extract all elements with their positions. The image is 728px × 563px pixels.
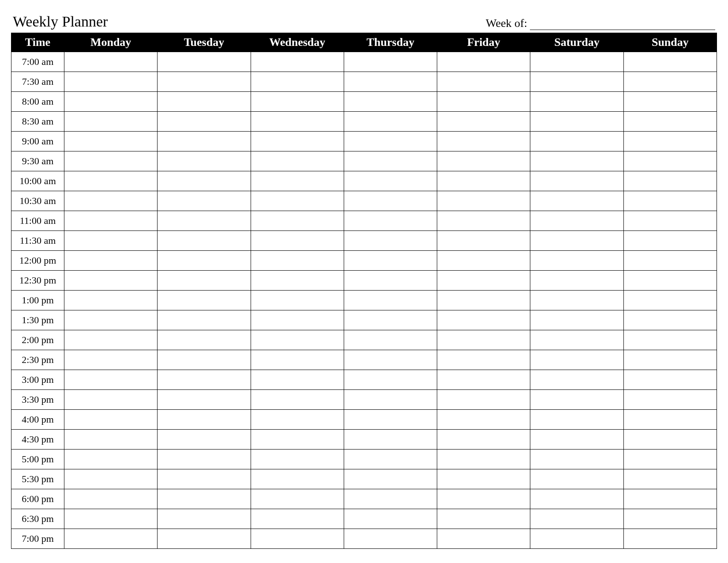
planner-cell[interactable]	[251, 489, 344, 509]
planner-cell[interactable]	[251, 52, 344, 72]
planner-cell[interactable]	[251, 171, 344, 191]
planner-cell[interactable]	[623, 211, 717, 231]
planner-cell[interactable]	[530, 92, 623, 112]
planner-cell[interactable]	[530, 410, 623, 430]
planner-cell[interactable]	[344, 529, 437, 549]
planner-cell[interactable]	[437, 132, 530, 151]
planner-cell[interactable]	[251, 271, 344, 291]
planner-cell[interactable]	[530, 489, 623, 509]
planner-cell[interactable]	[623, 271, 717, 291]
planner-cell[interactable]	[437, 390, 530, 410]
planner-cell[interactable]	[530, 72, 623, 92]
planner-cell[interactable]	[158, 271, 251, 291]
planner-cell[interactable]	[344, 271, 437, 291]
planner-cell[interactable]	[437, 92, 530, 112]
planner-cell[interactable]	[251, 370, 344, 390]
planner-cell[interactable]	[158, 171, 251, 191]
planner-cell[interactable]	[251, 291, 344, 310]
planner-cell[interactable]	[64, 72, 158, 92]
planner-cell[interactable]	[344, 489, 437, 509]
planner-cell[interactable]	[623, 231, 717, 251]
planner-cell[interactable]	[251, 151, 344, 171]
planner-cell[interactable]	[64, 151, 158, 171]
planner-cell[interactable]	[437, 211, 530, 231]
planner-cell[interactable]	[344, 72, 437, 92]
planner-cell[interactable]	[623, 92, 717, 112]
planner-cell[interactable]	[344, 370, 437, 390]
planner-cell[interactable]	[623, 132, 717, 151]
planner-cell[interactable]	[158, 469, 251, 489]
planner-cell[interactable]	[344, 330, 437, 350]
planner-cell[interactable]	[530, 112, 623, 132]
planner-cell[interactable]	[251, 450, 344, 469]
planner-cell[interactable]	[344, 92, 437, 112]
planner-cell[interactable]	[437, 469, 530, 489]
planner-cell[interactable]	[64, 291, 158, 310]
planner-cell[interactable]	[64, 52, 158, 72]
planner-cell[interactable]	[437, 310, 530, 330]
planner-cell[interactable]	[344, 430, 437, 450]
planner-cell[interactable]	[344, 171, 437, 191]
planner-cell[interactable]	[623, 430, 717, 450]
planner-cell[interactable]	[158, 72, 251, 92]
planner-cell[interactable]	[158, 291, 251, 310]
planner-cell[interactable]	[437, 370, 530, 390]
planner-cell[interactable]	[158, 211, 251, 231]
planner-cell[interactable]	[437, 291, 530, 310]
planner-cell[interactable]	[64, 310, 158, 330]
planner-cell[interactable]	[64, 231, 158, 251]
planner-cell[interactable]	[437, 529, 530, 549]
planner-cell[interactable]	[530, 469, 623, 489]
planner-cell[interactable]	[344, 310, 437, 330]
planner-cell[interactable]	[64, 509, 158, 529]
planner-cell[interactable]	[623, 509, 717, 529]
planner-cell[interactable]	[530, 370, 623, 390]
planner-cell[interactable]	[158, 350, 251, 370]
planner-cell[interactable]	[251, 330, 344, 350]
planner-cell[interactable]	[158, 52, 251, 72]
planner-cell[interactable]	[158, 330, 251, 350]
planner-cell[interactable]	[64, 350, 158, 370]
planner-cell[interactable]	[64, 191, 158, 211]
planner-cell[interactable]	[251, 350, 344, 370]
planner-cell[interactable]	[64, 251, 158, 271]
planner-cell[interactable]	[623, 469, 717, 489]
planner-cell[interactable]	[344, 191, 437, 211]
planner-cell[interactable]	[530, 171, 623, 191]
planner-cell[interactable]	[530, 132, 623, 151]
planner-cell[interactable]	[623, 330, 717, 350]
planner-cell[interactable]	[344, 211, 437, 231]
planner-cell[interactable]	[64, 410, 158, 430]
planner-cell[interactable]	[158, 92, 251, 112]
planner-cell[interactable]	[530, 52, 623, 72]
planner-cell[interactable]	[251, 132, 344, 151]
planner-cell[interactable]	[623, 370, 717, 390]
planner-cell[interactable]	[437, 450, 530, 469]
planner-cell[interactable]	[64, 469, 158, 489]
planner-cell[interactable]	[64, 450, 158, 469]
planner-cell[interactable]	[344, 52, 437, 72]
planner-cell[interactable]	[251, 92, 344, 112]
planner-cell[interactable]	[437, 251, 530, 271]
planner-cell[interactable]	[623, 191, 717, 211]
planner-cell[interactable]	[437, 112, 530, 132]
planner-cell[interactable]	[158, 489, 251, 509]
planner-cell[interactable]	[530, 291, 623, 310]
planner-cell[interactable]	[437, 72, 530, 92]
planner-cell[interactable]	[251, 112, 344, 132]
planner-cell[interactable]	[437, 171, 530, 191]
planner-cell[interactable]	[623, 529, 717, 549]
planner-cell[interactable]	[623, 251, 717, 271]
planner-cell[interactable]	[251, 191, 344, 211]
planner-cell[interactable]	[64, 330, 158, 350]
planner-cell[interactable]	[251, 529, 344, 549]
planner-cell[interactable]	[64, 132, 158, 151]
planner-cell[interactable]	[530, 271, 623, 291]
planner-cell[interactable]	[64, 430, 158, 450]
planner-cell[interactable]	[158, 310, 251, 330]
planner-cell[interactable]	[158, 410, 251, 430]
planner-cell[interactable]	[64, 390, 158, 410]
planner-cell[interactable]	[530, 310, 623, 330]
planner-cell[interactable]	[251, 410, 344, 430]
planner-cell[interactable]	[437, 509, 530, 529]
